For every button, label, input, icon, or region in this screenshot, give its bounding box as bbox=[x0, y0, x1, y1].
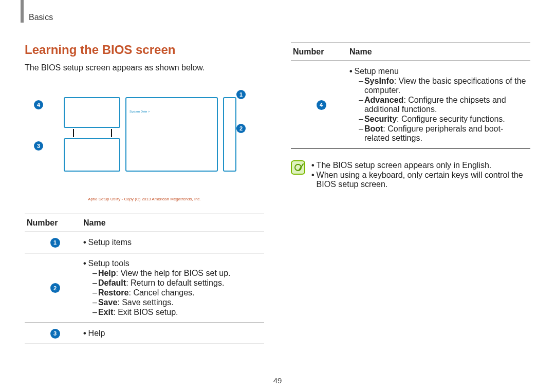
right-column: Number Name 4 Setup menu SysInfo: View t… bbox=[291, 43, 530, 344]
dash-icon bbox=[92, 308, 98, 317]
legend-item-title: Setup tools bbox=[88, 259, 130, 268]
bullet-icon bbox=[83, 329, 88, 338]
number-badge-icon: 2 bbox=[50, 283, 60, 293]
callout-1-icon: 1 bbox=[236, 90, 246, 99]
number-badge-icon: 4 bbox=[317, 100, 326, 110]
diagram-divider bbox=[111, 129, 112, 137]
legend-header-name: Name bbox=[83, 218, 262, 228]
legend-sub-bold: SysInfo bbox=[364, 77, 394, 85]
legend-sub-text: : Exit BIOS setup. bbox=[113, 308, 178, 316]
dash-icon bbox=[92, 269, 98, 278]
legend-row: 2 Setup tools Help: View the help for BI… bbox=[25, 253, 264, 323]
dash-icon bbox=[92, 288, 98, 297]
diagram-box-help bbox=[64, 138, 120, 172]
intro-text: The BIOS setup screen appears as shown b… bbox=[25, 63, 264, 72]
callout-3-icon: 3 bbox=[34, 141, 43, 151]
legend-header-number: Number bbox=[27, 218, 83, 228]
dash-icon bbox=[359, 96, 364, 114]
note-icon bbox=[291, 160, 305, 175]
dash-icon bbox=[359, 77, 364, 95]
number-badge-icon: 3 bbox=[50, 329, 60, 339]
bullet-icon bbox=[83, 259, 88, 268]
note-text: When using a keyboard, only certain keys… bbox=[317, 171, 530, 189]
legend-sub-text: : Cancel changes. bbox=[128, 288, 194, 297]
legend-header-name: Name bbox=[349, 47, 528, 57]
legend-row: 4 Setup menu SysInfo: View the basic spe… bbox=[291, 61, 530, 149]
legend-sub-bold: Help bbox=[98, 269, 116, 277]
bullet-icon bbox=[311, 171, 317, 189]
legend-sub-bold: Default bbox=[98, 278, 126, 287]
dash-icon bbox=[92, 298, 98, 307]
legend-sub-text: : View the help for BIOS set up. bbox=[116, 269, 231, 277]
callout-4-icon: 4 bbox=[34, 100, 43, 109]
callout-2-icon: 2 bbox=[236, 124, 246, 133]
left-column: Learning the BIOS screen The BIOS setup … bbox=[25, 43, 264, 344]
legend-item-title: Setup menu bbox=[355, 67, 399, 76]
dash-icon bbox=[359, 115, 364, 124]
legend-sub-bold: Save bbox=[98, 298, 117, 307]
legend-sub-text: : Configure security functions. bbox=[397, 115, 505, 123]
bullet-icon bbox=[83, 238, 88, 247]
number-badge-icon: 1 bbox=[50, 238, 60, 248]
legend-table-right: Number Name 4 Setup menu SysInfo: View t… bbox=[291, 43, 530, 149]
legend-sub-bold: Exit bbox=[98, 308, 113, 316]
legend-sub-bold: Boot bbox=[364, 124, 383, 133]
legend-item-title: Help bbox=[88, 329, 105, 338]
page-title: Learning the BIOS screen bbox=[25, 43, 264, 57]
diagram-box-tools bbox=[223, 97, 236, 172]
note-text: The BIOS setup screen appears only in En… bbox=[317, 161, 492, 170]
legend-row: 1 Setup items bbox=[25, 232, 264, 253]
legend-sub-bold: Advanced bbox=[364, 96, 403, 104]
legend-sub-text: : Return to default settings. bbox=[126, 278, 224, 287]
header-accent bbox=[21, 0, 24, 23]
legend-table-left: Number Name 1 Setup items 2 Setup tools … bbox=[25, 214, 264, 344]
page-number: 49 bbox=[273, 376, 282, 385]
diagram-divider bbox=[73, 129, 74, 137]
legend-sub-bold: Restore bbox=[98, 288, 129, 297]
diagram-box-items bbox=[125, 97, 218, 172]
legend-header-number: Number bbox=[293, 47, 349, 57]
bullet-icon bbox=[349, 67, 355, 76]
breadcrumb: Basics bbox=[29, 13, 530, 22]
dash-icon bbox=[92, 278, 98, 288]
dash-icon bbox=[359, 124, 364, 143]
legend-sub-bold: Security bbox=[364, 115, 397, 123]
bullet-icon bbox=[311, 161, 317, 170]
diagram-box-menu bbox=[64, 97, 120, 128]
legend-sub-text: : Save settings. bbox=[117, 298, 173, 307]
note-block: The BIOS setup screen appears only in En… bbox=[291, 160, 530, 190]
diagram-footer: Aptio Setup Utility - Copy (C) 2013 Amer… bbox=[25, 197, 264, 201]
diagram-sample-text: System Date > bbox=[130, 110, 150, 113]
legend-sub-text: : Configure peripherals and boot-related… bbox=[364, 124, 503, 142]
legend-item-title: Setup items bbox=[88, 238, 132, 247]
legend-row: 3 Help bbox=[25, 323, 264, 344]
bios-diagram: System Date > 1 2 3 4 bbox=[33, 87, 259, 190]
